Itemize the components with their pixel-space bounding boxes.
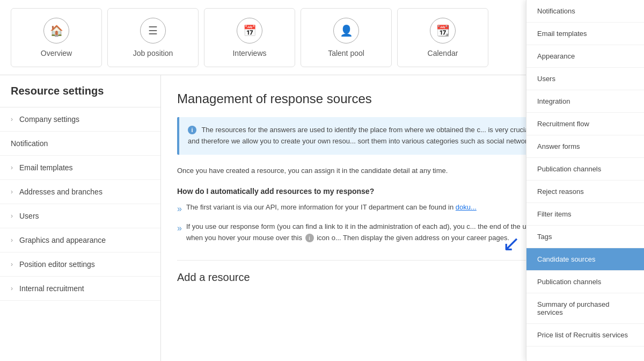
sidebar-item-label-addresses-branches: Addresses and branches <box>19 187 103 196</box>
dropdown-label-price-list: Price list of Recruitis services <box>537 331 628 339</box>
doku-link[interactable]: doku... <box>456 203 477 211</box>
dropdown-label-publication-channels-2: Publication channels <box>537 278 601 286</box>
sidebar-item-internal-recruitment[interactable]: ›Internal recruitment <box>0 277 160 301</box>
dropdown-label-appearance: Appearance <box>537 52 575 60</box>
chevron-icon: › <box>11 285 13 292</box>
chevron-icon: › <box>11 115 13 123</box>
dropdown-item-price-list[interactable]: Price list of Recruitis services <box>526 324 644 346</box>
sidebar-item-label-internal-recruitment: Internal recruitment <box>19 284 84 293</box>
sidebar-item-label-company-settings: Company settings <box>19 115 79 124</box>
dropdown-item-tags[interactable]: Tags <box>526 226 644 248</box>
dropdown-item-publication-channels-1[interactable]: Publication channels <box>526 158 644 180</box>
sidebar-item-label-graphics-appearance: Graphics and appearance <box>19 236 106 244</box>
nav-item-overview[interactable]: 🏠 Overview <box>11 8 102 67</box>
dropdown-item-candidate-sources[interactable]: Candidate sources <box>526 248 644 271</box>
nav-label-job-position: Job position <box>133 49 173 57</box>
info-circle-icon: i <box>305 234 314 242</box>
chevron-icon: › <box>11 212 13 220</box>
dropdown-label-email-templates: Email templates <box>537 30 587 38</box>
nav-label-talent-pool: Talent pool <box>328 49 364 57</box>
sidebar: Resource settings ›Company settingsNotif… <box>0 75 161 361</box>
sidebar-item-addresses-branches[interactable]: ›Addresses and branches <box>0 180 160 204</box>
dropdown-label-publication-channels-1: Publication channels <box>537 165 601 173</box>
sidebar-item-graphics-appearance[interactable]: ›Graphics and appearance <box>0 228 160 252</box>
bullet-arrow-2: » <box>177 221 182 235</box>
dropdown-item-notifications[interactable]: Notifications <box>526 0 644 23</box>
dropdown-item-users[interactable]: Users <box>526 68 644 90</box>
dropdown-label-notifications: Notifications <box>537 7 575 15</box>
sidebar-items: ›Company settingsNotification›Email temp… <box>0 107 160 301</box>
info-icon: i <box>188 126 196 134</box>
nav-icon-talent-pool: 👤 <box>333 18 359 44</box>
sidebar-item-label-users: Users <box>19 212 39 220</box>
nav-item-interviews[interactable]: 📅 Interviews <box>204 8 295 67</box>
dropdown-items: NotificationsEmail templatesAppearanceUs… <box>526 0 644 346</box>
dropdown-label-reject-reasons: Reject reasons <box>537 187 584 196</box>
sidebar-item-company-settings[interactable]: ›Company settings <box>0 107 160 132</box>
chevron-icon: › <box>11 164 13 171</box>
chevron-icon: › <box>11 261 13 268</box>
chevron-icon: › <box>11 236 13 244</box>
dropdown-label-tags: Tags <box>537 233 552 241</box>
sidebar-item-users[interactable]: ›Users <box>0 204 160 228</box>
sidebar-item-email-templates[interactable]: ›Email templates <box>0 156 160 180</box>
dropdown-label-filter-items: Filter items <box>537 210 572 218</box>
nav-icon-overview: 🏠 <box>43 18 69 44</box>
chevron-icon: › <box>11 188 13 196</box>
dropdown-item-appearance[interactable]: Appearance <box>526 45 644 68</box>
sidebar-item-label-position-editor: Position editor settings <box>19 260 95 269</box>
sidebar-item-label-email-templates: Email templates <box>19 163 73 172</box>
dropdown-label-users: Users <box>537 75 555 83</box>
nav-label-calendar: Calendar <box>428 49 458 57</box>
dropdown-item-answer-forms[interactable]: Answer forms <box>526 135 644 158</box>
sidebar-header: Resource settings <box>0 75 160 107</box>
nav-label-interviews: Interviews <box>232 49 266 57</box>
dropdown-label-candidate-sources: Candidate sources <box>537 255 595 263</box>
nav-item-job-position[interactable]: ☰ Job position <box>107 8 199 67</box>
dropdown-menu: NotificationsEmail templatesAppearanceUs… <box>526 0 644 361</box>
dropdown-item-summary-purchased[interactable]: Summary of purchased services <box>526 293 644 324</box>
nav-icon-calendar: 📆 <box>430 18 456 44</box>
arrow-indicator: ↙ <box>502 231 521 256</box>
sidebar-item-position-editor[interactable]: ›Position editor settings <box>0 252 160 277</box>
dropdown-item-recruitment-flow[interactable]: Recruitment flow <box>526 113 644 135</box>
dropdown-label-summary-purchased: Summary of purchased services <box>537 300 609 316</box>
nav-item-talent-pool[interactable]: 👤 Talent pool <box>301 8 392 67</box>
add-resource-title: Add a resource <box>177 271 250 284</box>
dropdown-item-integration[interactable]: Integration <box>526 90 644 113</box>
bullet-arrow-1: » <box>177 202 182 216</box>
dropdown-label-integration: Integration <box>537 97 570 105</box>
dropdown-item-filter-items[interactable]: Filter items <box>526 203 644 226</box>
nav-icon-interviews: 📅 <box>237 18 262 44</box>
dropdown-label-recruitment-flow: Recruitment flow <box>537 120 589 128</box>
nav-item-calendar[interactable]: 📆 Calendar <box>397 8 488 67</box>
nav-label-overview: Overview <box>41 49 72 57</box>
dropdown-item-reject-reasons[interactable]: Reject reasons <box>526 180 644 203</box>
bullet-text-1: The first variant is via our API, more i… <box>186 202 477 213</box>
sidebar-item-label-notification: Notification <box>11 139 48 148</box>
dropdown-item-publication-channels-2[interactable]: Publication channels <box>526 271 644 293</box>
sidebar-item-notification[interactable]: Notification <box>0 132 160 156</box>
nav-icon-job-position: ☰ <box>140 18 166 44</box>
dropdown-item-email-templates[interactable]: Email templates <box>526 23 644 45</box>
dropdown-label-answer-forms: Answer forms <box>537 142 580 150</box>
